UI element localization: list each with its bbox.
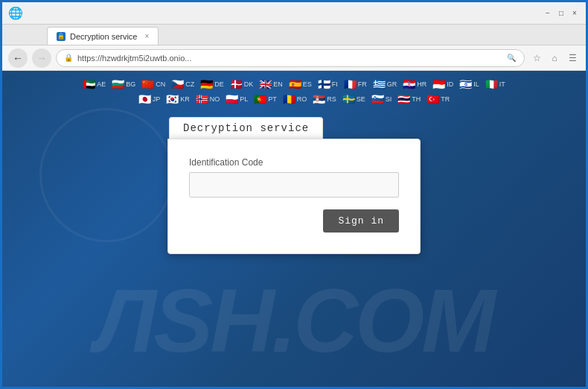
flag-code: CZ — [185, 80, 194, 88]
flag-code: HR — [417, 80, 426, 88]
watermark-text: ЛSH.COM — [95, 269, 493, 372]
flag-emoji: 🇵🇱 — [226, 93, 238, 105]
flag-emoji: 🇬🇧 — [259, 78, 272, 90]
search-icon[interactable]: 🔍 — [506, 53, 517, 63]
flag-item-id[interactable]: 🇮🇩ID — [432, 78, 453, 90]
flag-item-dk[interactable]: 🇩🇰DK — [230, 78, 254, 90]
url-text: https://hzwdrkjtm5i2uwtb.onio... — [77, 54, 502, 63]
card-tab-label: Decryption service — [169, 117, 323, 139]
flag-item-jp[interactable]: 🇯🇵JP — [138, 93, 161, 105]
flag-item-hr[interactable]: 🇭🇷HR — [403, 78, 426, 90]
tab-favicon: 🔒 — [57, 32, 65, 41]
flag-emoji: 🇧🇬 — [112, 78, 124, 90]
identification-code-input[interactable] — [189, 172, 399, 197]
flag-item-kr[interactable]: 🇰🇷KR — [166, 93, 190, 105]
tab-close-button[interactable]: × — [144, 32, 149, 40]
flag-item-th[interactable]: 🇹🇭TH — [397, 93, 421, 105]
flag-code: AE — [97, 80, 106, 88]
flag-item-gr[interactable]: 🇬🇷GR — [373, 78, 397, 90]
flag-code: IT — [499, 80, 505, 88]
close-button[interactable]: × — [569, 8, 580, 19]
flag-code: ES — [303, 80, 312, 88]
flag-item-it[interactable]: 🇮🇹IT — [485, 78, 505, 90]
flag-emoji: 🇵🇹 — [254, 93, 266, 105]
address-bar[interactable]: 🔒 https://hzwdrkjtm5i2uwtb.onio... 🔍 — [56, 49, 525, 67]
flag-item-ro[interactable]: 🇷🇴RO — [283, 93, 307, 105]
flag-code: SI — [386, 95, 392, 103]
minimize-button[interactable]: − — [543, 8, 553, 19]
flag-emoji: 🇦🇪 — [83, 78, 95, 90]
flag-code: DK — [244, 80, 254, 88]
flag-code: FR — [358, 80, 367, 88]
field-label: Identification Code — [189, 157, 399, 168]
flag-item-si[interactable]: 🇸🇮SI — [371, 93, 392, 105]
flag-item-tr[interactable]: 🇹🇷TR — [426, 93, 450, 105]
flag-item-en[interactable]: 🇬🇧EN — [259, 78, 283, 90]
flag-item-cz[interactable]: 🇨🇿CZ — [171, 78, 194, 90]
login-area: Decryption service Identification Code S… — [167, 117, 421, 254]
star-icon[interactable]: ☆ — [529, 51, 544, 66]
flag-code: DE — [214, 80, 224, 88]
flag-emoji: 🇹🇭 — [397, 93, 410, 105]
flag-emoji: 🇹🇷 — [426, 93, 439, 105]
flag-code: RO — [297, 95, 307, 103]
menu-icon[interactable]: ☰ — [565, 51, 580, 66]
flag-code: FI — [332, 80, 338, 88]
flag-emoji: 🇳🇴 — [196, 93, 208, 105]
flag-item-rs[interactable]: 🇷🇸RS — [313, 93, 336, 105]
lock-icon: 🔒 — [64, 54, 73, 62]
flag-item-bg[interactable]: 🇧🇬BG — [112, 78, 135, 90]
signin-row: Sign in — [189, 209, 399, 233]
flag-item-se[interactable]: 🇸🇪SE — [342, 93, 365, 105]
flag-code: GR — [387, 80, 397, 88]
flag-item-il[interactable]: 🇮🇱IL — [459, 78, 479, 90]
flag-emoji: 🇮🇩 — [432, 78, 445, 90]
flag-emoji: 🇯🇵 — [138, 93, 151, 105]
flag-emoji: 🇩🇪 — [200, 78, 213, 90]
flag-code: JP — [153, 95, 161, 103]
browser-logo: 🌐 — [8, 6, 23, 20]
flag-emoji: 🇸🇮 — [371, 93, 384, 105]
tab-bar: 🔒 Decryption service × — [2, 25, 586, 45]
browser-window: 🌐 − □ × 🔒 Decryption service × ← → 🔒 htt… — [0, 0, 588, 389]
flag-emoji: 🇭🇷 — [403, 78, 415, 90]
flag-emoji: 🇰🇷 — [166, 93, 179, 105]
forward-button[interactable]: → — [32, 48, 51, 68]
flags-row-1: 🇦🇪AE🇧🇬BG🇨🇳CN🇨🇿CZ🇩🇪DE🇩🇰DK🇬🇧EN🇪🇸ES🇫🇮FI🇫🇷FR… — [83, 78, 505, 90]
flag-item-pt[interactable]: 🇵🇹PT — [254, 93, 277, 105]
flag-emoji: 🇪🇸 — [289, 78, 301, 90]
flag-item-fr[interactable]: 🇫🇷FR — [344, 78, 367, 90]
flag-item-de[interactable]: 🇩🇪DE — [200, 78, 224, 90]
flag-code: ID — [447, 80, 453, 88]
title-bar-left: 🌐 — [8, 6, 23, 20]
flag-emoji: 🇸🇪 — [342, 93, 355, 105]
flag-emoji: 🇨🇳 — [141, 78, 154, 90]
flag-code: PL — [240, 95, 248, 103]
home-icon[interactable]: ⌂ — [547, 51, 562, 66]
flag-code: EN — [273, 80, 283, 88]
tab-label: Decryption service — [70, 32, 137, 41]
title-bar: 🌐 − □ × — [2, 2, 586, 25]
flag-emoji: 🇫🇮 — [318, 78, 330, 90]
flag-item-ae[interactable]: 🇦🇪AE — [83, 78, 106, 90]
flag-code: KR — [180, 95, 190, 103]
flag-item-pl[interactable]: 🇵🇱PL — [226, 93, 248, 105]
active-tab[interactable]: 🔒 Decryption service × — [47, 27, 159, 45]
flag-code: TR — [441, 95, 450, 103]
flag-item-es[interactable]: 🇪🇸ES — [289, 78, 312, 90]
flag-item-no[interactable]: 🇳🇴NO — [196, 93, 220, 105]
login-card: Identification Code Sign in — [167, 139, 421, 254]
nav-bar: ← → 🔒 https://hzwdrkjtm5i2uwtb.onio... 🔍… — [2, 45, 586, 71]
flag-code: CN — [156, 80, 165, 88]
flags-row-2: 🇯🇵JP🇰🇷KR🇳🇴NO🇵🇱PL🇵🇹PT🇷🇴RO🇷🇸RS🇸🇪SE🇸🇮SI🇹🇭TH… — [138, 93, 450, 105]
signin-button[interactable]: Sign in — [323, 209, 399, 233]
flag-item-fi[interactable]: 🇫🇮FI — [318, 78, 338, 90]
flag-item-cn[interactable]: 🇨🇳CN — [141, 78, 165, 90]
flag-code: NO — [210, 95, 220, 103]
flag-emoji: 🇬🇷 — [373, 78, 386, 90]
maximize-button[interactable]: □ — [556, 8, 566, 19]
back-button[interactable]: ← — [8, 48, 28, 68]
flag-emoji: 🇮🇹 — [485, 78, 498, 90]
flag-emoji: 🇨🇿 — [171, 78, 184, 90]
flag-code: IL — [473, 80, 479, 88]
